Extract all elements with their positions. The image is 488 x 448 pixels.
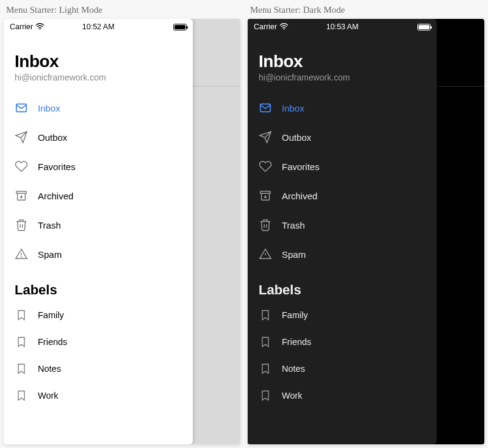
menu-item-archived[interactable]: Archived — [248, 181, 437, 210]
warning-icon — [259, 247, 272, 261]
phone-frame-dark: Carrier 10:53 AM Inbox hi@ionicframework… — [248, 19, 484, 444]
bookmark-icon — [259, 335, 272, 349]
mail-icon — [15, 101, 28, 115]
label-item-label: Notes — [38, 364, 61, 374]
menu-header: Inbox hi@ionicframework.com — [248, 35, 437, 93]
label-item-family[interactable]: Family — [248, 302, 437, 329]
archive-icon — [259, 189, 272, 202]
trash-icon — [259, 218, 272, 232]
menu-item-trash[interactable]: Trash — [248, 210, 437, 240]
menu-item-label: Trash — [282, 220, 305, 230]
heart-icon — [259, 160, 272, 173]
archive-icon — [15, 189, 28, 202]
mail-icon — [259, 101, 272, 115]
battery-icon — [173, 24, 187, 30]
side-menu: Carrier 10:52 AM Inbox hi@ionicframework… — [4, 19, 193, 444]
label-item-label: Friends — [282, 337, 311, 347]
label-item-notes[interactable]: Notes — [248, 355, 437, 382]
menu-list: Inbox Outbox Favorites — [4, 93, 193, 269]
menu-item-favorites[interactable]: Favorites — [248, 152, 437, 181]
label-item-label: Work — [282, 391, 303, 400]
label-item-friends[interactable]: Friends — [4, 329, 193, 355]
account-email: hi@ionicframework.com — [259, 73, 426, 82]
svg-point-7 — [265, 257, 265, 257]
bookmark-icon — [15, 308, 28, 322]
menu-item-label: Spam — [38, 249, 62, 260]
app-title: Inbox — [259, 52, 426, 71]
svg-point-4 — [284, 28, 285, 29]
menu-list: Inbox Outbox Favorites — [248, 93, 437, 269]
menu-item-outbox[interactable]: Outbox — [4, 123, 193, 152]
bookmark-icon — [15, 362, 28, 375]
labels-heading: Labels — [248, 269, 437, 302]
panel-title-light: Menu Starter: Light Mode — [4, 4, 240, 19]
panel-title-dark: Menu Starter: Dark Mode — [248, 4, 484, 19]
carrier-label: Carrier — [254, 23, 277, 31]
menu-item-spam[interactable]: Spam — [4, 240, 193, 269]
menu-item-inbox[interactable]: Inbox — [248, 93, 437, 123]
label-item-notes[interactable]: Notes — [4, 355, 193, 382]
wifi-icon — [35, 23, 45, 32]
label-item-work[interactable]: Work — [248, 382, 437, 409]
menu-item-label: Favorites — [38, 162, 76, 172]
bookmark-icon — [259, 389, 272, 402]
svg-point-0 — [40, 28, 41, 29]
account-email: hi@ionicframework.com — [15, 73, 182, 82]
menu-item-label: Archived — [282, 191, 317, 201]
wifi-icon — [279, 23, 289, 32]
menu-item-trash[interactable]: Trash — [4, 210, 193, 240]
menu-item-label: Spam — [282, 249, 306, 260]
menu-item-label: Inbox — [38, 103, 60, 113]
labels-heading: Labels — [4, 269, 193, 302]
status-bar: Carrier 10:53 AM — [248, 19, 437, 35]
send-icon — [259, 130, 272, 144]
svg-rect-2 — [16, 191, 27, 194]
svg-rect-6 — [260, 191, 271, 194]
menu-item-label: Outbox — [282, 132, 311, 143]
trash-icon — [15, 218, 28, 232]
menu-item-label: Favorites — [282, 162, 320, 172]
menu-item-label: Inbox — [282, 103, 304, 113]
menu-item-archived[interactable]: Archived — [4, 181, 193, 210]
bookmark-icon — [15, 335, 28, 349]
labels-list: Family Friends Notes Work — [4, 302, 193, 409]
menu-item-label: Archived — [38, 191, 73, 201]
labels-list: Family Friends Notes Work — [248, 302, 437, 409]
menu-item-favorites[interactable]: Favorites — [4, 152, 193, 181]
detail-divider — [193, 86, 240, 87]
menu-header: Inbox hi@ionicframework.com — [4, 35, 193, 93]
label-item-friends[interactable]: Friends — [248, 329, 437, 355]
bookmark-icon — [259, 362, 272, 375]
bookmark-icon — [15, 389, 28, 402]
bookmark-icon — [259, 308, 272, 322]
status-bar: Carrier 10:52 AM — [4, 19, 193, 35]
menu-item-inbox[interactable]: Inbox — [4, 93, 193, 123]
label-item-label: Family — [282, 310, 308, 320]
carrier-label: Carrier — [10, 23, 33, 31]
label-item-label: Friends — [38, 337, 67, 347]
svg-point-3 — [21, 257, 21, 257]
label-item-label: Family — [38, 310, 64, 320]
label-item-family[interactable]: Family — [4, 302, 193, 329]
menu-item-outbox[interactable]: Outbox — [248, 123, 437, 152]
label-item-work[interactable]: Work — [4, 382, 193, 409]
heart-icon — [15, 160, 28, 173]
app-title: Inbox — [15, 52, 182, 71]
label-item-label: Work — [38, 391, 59, 400]
send-icon — [15, 130, 28, 144]
detail-divider — [437, 86, 484, 87]
menu-item-label: Trash — [38, 220, 61, 230]
menu-item-spam[interactable]: Spam — [248, 240, 437, 269]
side-menu: Carrier 10:53 AM Inbox hi@ionicframework… — [248, 19, 437, 444]
label-item-label: Notes — [282, 364, 305, 374]
battery-icon — [417, 24, 431, 30]
warning-icon — [15, 247, 28, 261]
phone-frame-light: Carrier 10:52 AM Inbox hi@ionicframework… — [4, 19, 240, 444]
menu-item-label: Outbox — [38, 132, 67, 143]
